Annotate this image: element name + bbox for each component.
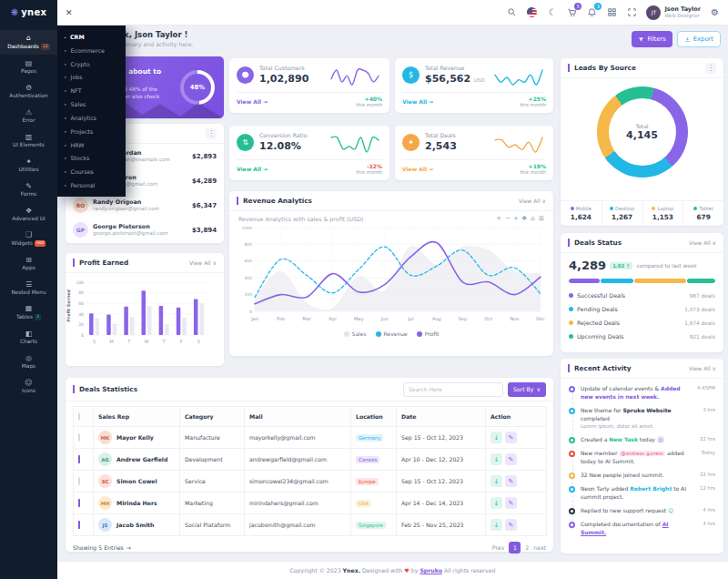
- activity-link[interactable]: AI Summit.: [581, 521, 669, 535]
- zoom-out-icon[interactable]: −: [505, 215, 511, 222]
- download-action-button[interactable]: ↓: [490, 519, 502, 531]
- submenu-item-personal[interactable]: • Personal: [57, 182, 126, 188]
- submenu-item-analytics[interactable]: • Analytics: [57, 115, 126, 121]
- sidebar-item-ui-elements[interactable]: ▥ UI Elements: [0, 128, 57, 153]
- view-all-dropdown[interactable]: View All∨: [689, 239, 716, 246]
- search-input[interactable]: [403, 382, 503, 397]
- select-all-checkbox[interactable]: [78, 412, 80, 421]
- sidebar-item-utilities[interactable]: ✦ Utilities: [0, 153, 57, 178]
- sidebar-item-maps[interactable]: ◎ Maps: [0, 350, 57, 374]
- submenu-item-crypto[interactable]: • Crypto: [57, 61, 126, 67]
- dark-mode-icon[interactable]: ☾: [546, 6, 558, 18]
- submenu-item-sales[interactable]: • Sales: [57, 101, 126, 107]
- svg-text:S: S: [93, 339, 96, 344]
- submenu-item-stocks[interactable]: • Stocks: [57, 155, 126, 161]
- table-row[interactable]: MHMirinda Hers Marketing mirindahers@gma…: [74, 493, 547, 514]
- view-all-dropdown[interactable]: View All∨: [689, 365, 716, 371]
- edit-action-button[interactable]: ✎: [505, 497, 517, 509]
- kebab-menu-icon[interactable]: ⋮: [705, 63, 716, 74]
- submenu-item-ecommerce[interactable]: • Ecommerce: [57, 47, 126, 54]
- notifications-bell-icon[interactable]: 3: [586, 6, 598, 18]
- download-action-button[interactable]: ↓: [490, 453, 502, 465]
- row-checkbox[interactable]: [78, 521, 80, 529]
- sidebar-item-forms[interactable]: ✎ Forms: [0, 178, 57, 202]
- fullscreen-icon[interactable]: [626, 6, 638, 18]
- zoom-in-icon[interactable]: +: [496, 215, 501, 222]
- submenu-item-nft[interactable]: • NFT: [57, 87, 126, 94]
- view-all-link[interactable]: View All→: [402, 98, 433, 105]
- sidebar-item-apps[interactable]: ⊞ Apps: [0, 251, 57, 276]
- view-all-link[interactable]: View All→: [237, 166, 268, 172]
- page-2-button[interactable]: 2: [525, 544, 529, 551]
- table-row[interactable]: MKMayor Kelly Manufacture mayorkelly@gma…: [74, 427, 547, 449]
- activity-link[interactable]: Spruko Website: [622, 407, 671, 413]
- apps-icon: ⊞: [25, 257, 32, 264]
- user-menu[interactable]: JT Json Taylor Web Designer: [646, 5, 701, 20]
- language-flag-icon[interactable]: [526, 6, 538, 18]
- top-deal-row[interactable]: GP George Pietersongeorge.pieterson@gmai…: [66, 218, 224, 242]
- submenu-item-jobs[interactable]: • Jobs: [57, 74, 126, 80]
- submenu-item-crm[interactable]: – CRM: [57, 34, 126, 40]
- download-action-button[interactable]: ↓: [490, 475, 502, 487]
- row-checkbox[interactable]: [78, 477, 80, 485]
- sidebar-item-advanced-ui[interactable]: ❖ Advanced UI: [0, 202, 57, 227]
- view-all-link[interactable]: View All→: [237, 98, 268, 105]
- sidebar-item-error[interactable]: ⚠ Error: [0, 104, 57, 128]
- top-deal-row[interactable]: RO Randy Origoanrandy.origoan@gmail.com …: [66, 193, 224, 218]
- activity-link[interactable]: New Task: [609, 436, 638, 442]
- download-action-button[interactable]: ↓: [490, 497, 502, 509]
- app-logo[interactable]: ❋ ynex: [0, 0, 57, 25]
- apps-grid-icon[interactable]: [606, 6, 618, 18]
- selection-zoom-icon[interactable]: ⌖: [514, 215, 518, 222]
- showing-entries: Showing 5 Entries→: [73, 544, 131, 551]
- table-row[interactable]: AGAndrew Garfield Development andrewgarf…: [74, 449, 547, 471]
- sort-by-button[interactable]: Sort By∨: [508, 382, 546, 397]
- edit-action-button[interactable]: ✎: [505, 519, 517, 531]
- sidebar-item-icons[interactable]: ☺ Icons: [0, 374, 57, 399]
- download-action-button[interactable]: ↓: [490, 432, 502, 443]
- row-checkbox[interactable]: [78, 433, 80, 442]
- row-checkbox[interactable]: [78, 455, 80, 463]
- status-item: Upcoming Deals 921 deals: [569, 330, 715, 343]
- search-icon[interactable]: [506, 6, 518, 18]
- filters-button[interactable]: Filters: [632, 31, 672, 47]
- settings-gear-icon[interactable]: ⚙: [709, 6, 721, 18]
- kebab-menu-icon[interactable]: ⋮: [206, 128, 217, 139]
- reset-home-icon[interactable]: ⌂: [531, 215, 534, 222]
- menu-close-icon[interactable]: ✕: [66, 8, 73, 17]
- activity-link[interactable]: Added new events in next week.: [581, 385, 681, 400]
- prev-page-button[interactable]: Prev: [492, 544, 505, 551]
- edit-action-button[interactable]: ✎: [505, 475, 517, 487]
- edit-action-button[interactable]: ✎: [505, 453, 517, 465]
- next-page-button[interactable]: next: [533, 544, 546, 551]
- pan-icon[interactable]: ❖: [521, 215, 527, 222]
- table-row[interactable]: SCSimon Cowel Service simoncowel234@gmai…: [74, 471, 547, 493]
- sidebar-item-nested-menu[interactable]: ☰ Nested Menu: [0, 276, 57, 300]
- view-all-dropdown[interactable]: View All∨: [189, 259, 217, 266]
- chart-menu-icon[interactable]: ☰: [539, 215, 544, 222]
- view-all-dropdown[interactable]: View All∨: [519, 198, 546, 204]
- view-all-link[interactable]: View All→: [402, 166, 433, 172]
- sidebar-item-pages[interactable]: ▤ Pages: [0, 55, 57, 79]
- footer-vendor-link[interactable]: Spruko: [420, 567, 442, 574]
- edit-action-button[interactable]: ✎: [505, 432, 517, 443]
- sidebar-item-widgets[interactable]: ❑ Widgets Hot: [0, 227, 57, 251]
- submenu-item-hrm[interactable]: • HRM: [57, 142, 126, 148]
- submenu-item-projects[interactable]: • Projects: [57, 128, 126, 135]
- activity-link[interactable]: ☺: [668, 507, 673, 513]
- sidebar-item-tables[interactable]: ▦ Tables 3: [0, 300, 57, 325]
- sidebar-item-authentication[interactable]: ⚙ Authentication: [0, 79, 57, 104]
- page-1-button[interactable]: 1: [509, 542, 521, 554]
- activity-link[interactable]: Robert Bright: [630, 485, 672, 492]
- stat-card-total-customers: ☻ Total Customers 1,02,890 View All→ +40…: [229, 58, 389, 113]
- export-button[interactable]: Export: [677, 31, 721, 47]
- deals-total-value: 4,289: [569, 259, 606, 272]
- sidebar-item-charts[interactable]: ◧ Charts: [0, 325, 57, 350]
- stat-card-conversion-ratio: ⇅ Conversion Ratio 12.08% View All→ -12%…: [229, 126, 389, 180]
- activity-link[interactable]: @andreas gurrero: [619, 451, 665, 456]
- cart-icon[interactable]: 5: [566, 6, 578, 18]
- submenu-item-courses[interactable]: • Courses: [57, 168, 126, 175]
- table-row[interactable]: JSJacob Smith Social Plataform jacobsmit…: [74, 514, 547, 536]
- row-checkbox[interactable]: [78, 499, 80, 507]
- sidebar-item-dashboards[interactable]: ⌂ Dashboards 12: [0, 30, 57, 55]
